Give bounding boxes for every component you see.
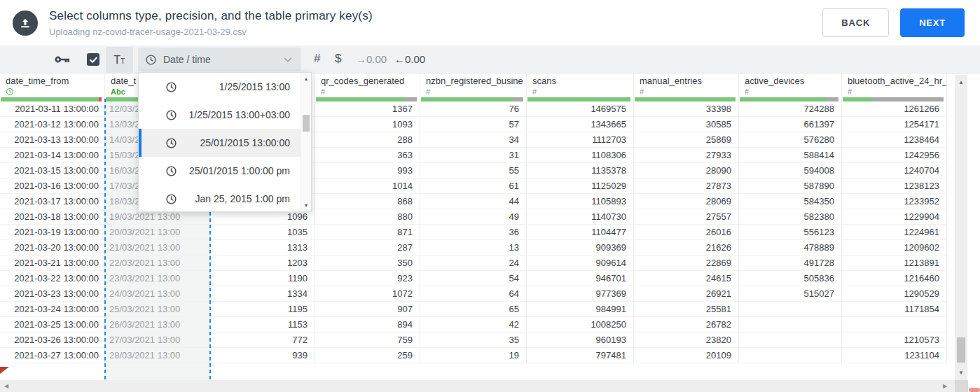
- table-cell: 772: [210, 332, 315, 348]
- table-cell: 1014: [315, 178, 420, 194]
- table-cell: 1313: [210, 240, 315, 255]
- table-cell: 909369: [527, 240, 634, 255]
- column-name: date_time_from: [6, 76, 104, 86]
- column-settings-toolbar: Tt Date / time # $ →0.00 ←0.00: [0, 46, 980, 74]
- date-format-option[interactable]: 1/25/2015 13:00: [139, 73, 311, 101]
- column-header-qr_codes_generated[interactable]: qr_codes_generated#: [315, 74, 420, 102]
- check-icon: [89, 55, 98, 64]
- dropdown-scrollbar-thumb[interactable]: [303, 115, 310, 132]
- table-cell: 1290529: [842, 286, 947, 302]
- table-cell: 587890: [739, 178, 842, 194]
- table-cell: 1008250: [527, 317, 634, 332]
- table-cell: 34: [420, 132, 527, 148]
- next-button[interactable]: NEXT: [900, 8, 965, 37]
- table-cell: 1203: [210, 255, 315, 271]
- horizontal-scrollbar[interactable]: ◀ ▶: [0, 380, 955, 392]
- scroll-right-arrow-icon[interactable]: ▶: [943, 383, 947, 389]
- table-cell: 880: [315, 209, 420, 225]
- column-type-label: #: [848, 87, 946, 96]
- table-row: 2021-03-19 13:00:0020/03/2021 13:0010358…: [0, 225, 980, 240]
- clock-icon: [165, 109, 177, 121]
- table-cell: 22/03/2021 13:00: [105, 255, 210, 271]
- table-cell: 350: [315, 255, 420, 271]
- back-button[interactable]: BACK: [822, 8, 889, 37]
- datetime-type-clock-icon: [6, 88, 14, 96]
- date-format-option[interactable]: Jan 25, 2015 1:00 pm: [139, 185, 311, 213]
- include-column-checkbox[interactable]: [87, 53, 99, 66]
- table-cell: 27933: [634, 148, 739, 163]
- table-cell: 2021-03-21 13:00:00: [0, 255, 105, 271]
- column-name: active_devices: [745, 76, 841, 86]
- number-type-button[interactable]: #: [314, 52, 320, 66]
- upload-status-text: Uploading nz-covid-tracer-usage-2021-03-…: [49, 27, 373, 37]
- table-cell: 505836: [739, 271, 842, 286]
- column-name: scans: [532, 76, 633, 86]
- scroll-up-arrow-icon[interactable]: ▲: [955, 79, 967, 85]
- table-cell: 2021-03-14 13:00:00: [0, 148, 105, 163]
- table-row: 2021-03-20 13:00:0021/03/2021 13:0013132…: [0, 240, 980, 255]
- table-cell: 28069: [634, 194, 739, 209]
- wizard-header: Select columns type, precision, and the …: [0, 0, 980, 46]
- table-cell: 491728: [739, 255, 842, 271]
- more-rows-marker: [0, 367, 9, 374]
- date-format-option[interactable]: 25/01/2015 1:00:00 pm: [139, 157, 311, 185]
- table-cell: 478889: [739, 240, 842, 255]
- date-format-label: 25/01/2015 1:00:00 pm: [177, 165, 311, 176]
- text-type-button[interactable]: Tt: [106, 47, 133, 73]
- table-cell: 1367: [315, 102, 420, 117]
- date-format-option[interactable]: 1/25/2015 13:00+03:00: [139, 101, 311, 129]
- column-type-label: #: [321, 87, 420, 96]
- column-header-bluetooth_active_24_hr_[interactable]: bluetooth_active_24_hr_#: [842, 74, 947, 102]
- decrease-precision-button[interactable]: ←0.00: [394, 53, 425, 65]
- table-cell: [739, 332, 842, 348]
- table-cell: 1334: [210, 286, 315, 302]
- column-header-manual_entries[interactable]: manual_entries#: [634, 74, 739, 102]
- table-cell: 1093: [315, 117, 420, 132]
- dropdown-option-list: 1/25/2015 13:001/25/2015 13:00+03:0025/0…: [139, 73, 311, 213]
- column-header-active_devices[interactable]: active_devices#: [739, 74, 842, 102]
- table-cell: 24/03/2021 13:00: [105, 286, 210, 302]
- scroll-left-arrow-icon[interactable]: ◀: [4, 383, 8, 389]
- dropdown-scroll-down-icon[interactable]: ▼: [301, 203, 311, 208]
- table-cell: 2021-03-13 13:00:00: [0, 132, 105, 148]
- column-header-nzbn_registered_busine[interactable]: nzbn_registered_busine#: [420, 74, 527, 102]
- dropdown-scroll-up-icon[interactable]: ▲: [301, 76, 311, 81]
- table-cell: 363: [315, 148, 420, 163]
- date-format-label: 1/25/2015 13:00: [177, 81, 311, 92]
- table-cell: 30585: [634, 117, 739, 132]
- table-cell: 515027: [739, 286, 842, 302]
- table-cell: 1072: [315, 286, 420, 302]
- column-header-date_time_from[interactable]: date_time_from: [0, 74, 105, 102]
- title-block: Select columns type, precision, and the …: [49, 9, 373, 37]
- table-cell: 1233952: [842, 194, 947, 209]
- table-cell: 1135378: [527, 163, 634, 178]
- table-cell: 661397: [739, 117, 842, 132]
- primary-key-icon[interactable]: [55, 55, 71, 67]
- table-cell: 1240704: [842, 163, 947, 178]
- table-cell: 76: [420, 102, 527, 117]
- table-cell: 2021-03-27 13:00:00: [0, 348, 105, 363]
- table-row: 2021-03-27 13:00:0028/03/2021 13:0093925…: [0, 348, 980, 363]
- table-cell: 907: [315, 302, 420, 317]
- table-cell: [739, 348, 842, 363]
- table-cell: 26921: [634, 286, 739, 302]
- date-format-option[interactable]: 25/01/2015 13:00:00: [139, 129, 311, 157]
- scroll-down-arrow-icon[interactable]: ▼: [955, 370, 967, 376]
- vertical-scrollbar[interactable]: ▲ ▼: [955, 75, 967, 380]
- table-cell: 1140730: [527, 209, 634, 225]
- table-cell: 576280: [739, 132, 842, 148]
- clock-icon: [165, 137, 177, 149]
- table-cell: 57: [420, 117, 527, 132]
- table-cell: 21626: [634, 240, 739, 255]
- column-type-select[interactable]: Date / time: [138, 48, 301, 71]
- currency-type-button[interactable]: $: [335, 52, 341, 66]
- table-cell: 2021-03-15 13:00:00: [0, 163, 105, 178]
- column-header-scans[interactable]: scans#: [527, 74, 634, 102]
- increase-precision-button[interactable]: →0.00: [356, 53, 387, 65]
- table-cell: 556123: [739, 225, 842, 240]
- table-cell: 35: [420, 332, 527, 348]
- table-cell: 27/03/2021 13:00: [105, 332, 210, 348]
- vertical-scrollbar-thumb[interactable]: [957, 337, 965, 363]
- table-cell: 1153: [210, 317, 315, 332]
- dropdown-scrollbar[interactable]: ▲ ▼: [301, 73, 311, 211]
